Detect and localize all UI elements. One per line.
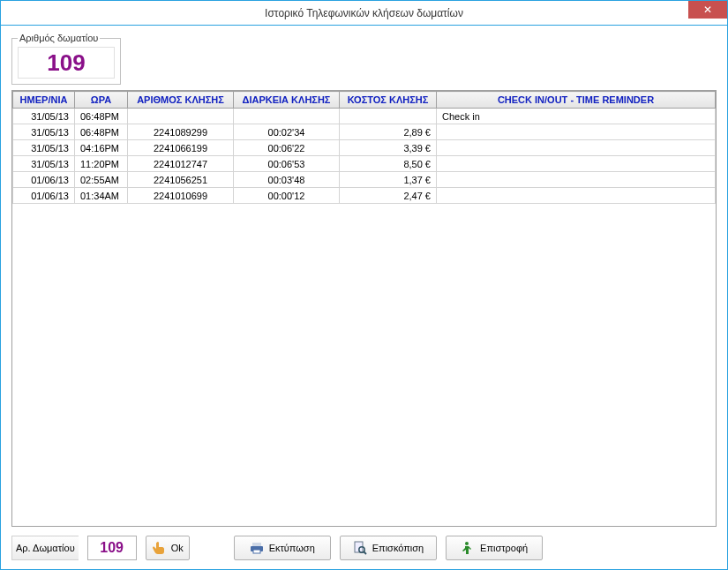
cell-duration: 00:06'53	[234, 156, 340, 172]
cell-number: 2241066199	[128, 140, 234, 156]
bottom-bar: Αρ. Δωματίου Ok Εκτύπωση Επισκόπιση	[11, 536, 717, 560]
table-row[interactable]: 01/06/1301:34AM224101069900:00'122,47 €	[13, 188, 716, 204]
exit-person-icon	[461, 541, 475, 555]
cell-duration: 00:00'12	[234, 188, 340, 204]
printer-icon	[250, 541, 264, 555]
cell-note	[437, 156, 716, 172]
ok-button-label: Ok	[171, 543, 184, 553]
col-header-duration[interactable]: ΔΙΑΡΚΕΙΑ ΚΛΗΣΗΣ	[234, 92, 340, 109]
return-button[interactable]: Επιστροφή	[446, 536, 543, 560]
ok-button[interactable]: Ok	[146, 536, 190, 560]
cell-date: 31/05/13	[13, 124, 75, 140]
window-title: Ιστορικό Τηλεφωνικών κλήσεων δωματίων	[265, 7, 463, 19]
room-number-legend: Αριθμός δωματίου	[18, 33, 100, 43]
cell-note	[437, 188, 716, 204]
call-history-grid: ΗΜΕΡ/ΝΙΑ ΩΡΑ ΑΡΙΘΜΟΣ ΚΛΗΣΗΣ ΔΙΑΡΚΕΙΑ ΚΛΗ…	[11, 90, 717, 527]
cell-date: 01/06/13	[13, 188, 75, 204]
col-header-date[interactable]: ΗΜΕΡ/ΝΙΑ	[13, 92, 75, 109]
cell-number: 2241012747	[128, 156, 234, 172]
titlebar: Ιστορικό Τηλεφωνικών κλήσεων δωματίων ✕	[1, 1, 727, 26]
grid-scroll[interactable]: ΗΜΕΡ/ΝΙΑ ΩΡΑ ΑΡΙΘΜΟΣ ΚΛΗΣΗΣ ΔΙΑΡΚΕΙΑ ΚΛΗ…	[12, 91, 716, 526]
cell-cost: 8,50 €	[340, 156, 437, 172]
cell-date: 31/05/13	[13, 156, 75, 172]
cell-number: 2241089299	[128, 124, 234, 140]
cell-cost: 2,89 €	[340, 124, 437, 140]
room-input-label: Αρ. Δωματίου	[11, 536, 79, 560]
table-header-row: ΗΜΕΡ/ΝΙΑ ΩΡΑ ΑΡΙΘΜΟΣ ΚΛΗΣΗΣ ΔΙΑΡΚΕΙΑ ΚΛΗ…	[13, 92, 716, 109]
table-row[interactable]: 31/05/1306:48PM224108929900:02'342,89 €	[13, 124, 716, 140]
room-number-display: 109	[18, 47, 115, 79]
cell-note: Check in	[437, 109, 716, 124]
room-box-wrap: Αριθμός δωματίου 109	[11, 33, 717, 90]
window: Ιστορικό Τηλεφωνικών κλήσεων δωματίων ✕ …	[0, 0, 728, 570]
call-history-table: ΗΜΕΡ/ΝΙΑ ΩΡΑ ΑΡΙΘΜΟΣ ΚΛΗΣΗΣ ΔΙΑΡΚΕΙΑ ΚΛΗ…	[12, 91, 716, 204]
col-header-time[interactable]: ΩΡΑ	[75, 92, 128, 109]
cell-note	[437, 172, 716, 188]
print-button-label: Εκτύπωση	[269, 543, 315, 553]
magnifier-page-icon	[353, 541, 367, 555]
cell-time: 04:16PM	[75, 140, 128, 156]
cell-cost: 3,39 €	[340, 140, 437, 156]
cell-cost	[340, 109, 437, 124]
cell-note	[437, 124, 716, 140]
cell-number: 2241056251	[128, 172, 234, 188]
hand-point-icon	[152, 541, 166, 555]
cell-duration: 00:02'34	[234, 124, 340, 140]
preview-button[interactable]: Επισκόπιση	[340, 536, 437, 560]
svg-rect-2	[253, 550, 260, 553]
table-row[interactable]: 31/05/1306:48PMCheck in	[13, 109, 716, 124]
cell-time: 06:48PM	[75, 109, 128, 124]
cell-number	[128, 109, 234, 124]
cell-date: 31/05/13	[13, 140, 75, 156]
table-row[interactable]: 01/06/1302:55AM224105625100:03'481,37 €	[13, 172, 716, 188]
cell-time: 06:48PM	[75, 124, 128, 140]
print-button[interactable]: Εκτύπωση	[234, 536, 331, 560]
col-header-note[interactable]: CHECK IN/OUT - TIME REMINDER	[437, 92, 716, 109]
cell-number: 2241010699	[128, 188, 234, 204]
cell-date: 31/05/13	[13, 109, 75, 124]
table-row[interactable]: 31/05/1311:20PM224101274700:06'538,50 €	[13, 156, 716, 172]
room-number-input[interactable]	[87, 536, 137, 560]
close-icon: ✕	[703, 4, 712, 16]
preview-button-label: Επισκόπιση	[372, 543, 424, 553]
svg-line-5	[364, 552, 366, 555]
return-button-label: Επιστροφή	[480, 543, 528, 553]
svg-point-6	[465, 542, 469, 545]
cell-time: 11:20PM	[75, 156, 128, 172]
cell-time: 02:55AM	[75, 172, 128, 188]
svg-rect-0	[252, 543, 261, 546]
cell-duration: 00:06'22	[234, 140, 340, 156]
cell-duration: 00:03'48	[234, 172, 340, 188]
cell-date: 01/06/13	[13, 172, 75, 188]
col-header-number[interactable]: ΑΡΙΘΜΟΣ ΚΛΗΣΗΣ	[128, 92, 234, 109]
cell-note	[437, 140, 716, 156]
content: Αριθμός δωματίου 109 ΗΜΕΡ/ΝΙΑ ΩΡΑ ΑΡΙΘΜΟ…	[1, 26, 727, 569]
col-header-cost[interactable]: ΚΟΣΤΟΣ ΚΛΗΣΗΣ	[340, 92, 437, 109]
table-row[interactable]: 31/05/1304:16PM224106619900:06'223,39 €	[13, 140, 716, 156]
cell-time: 01:34AM	[75, 188, 128, 204]
cell-cost: 1,37 €	[340, 172, 437, 188]
cell-duration	[234, 109, 340, 124]
cell-cost: 2,47 €	[340, 188, 437, 204]
room-number-group: Αριθμός δωματίου 109	[11, 33, 121, 85]
close-button[interactable]: ✕	[688, 1, 727, 19]
